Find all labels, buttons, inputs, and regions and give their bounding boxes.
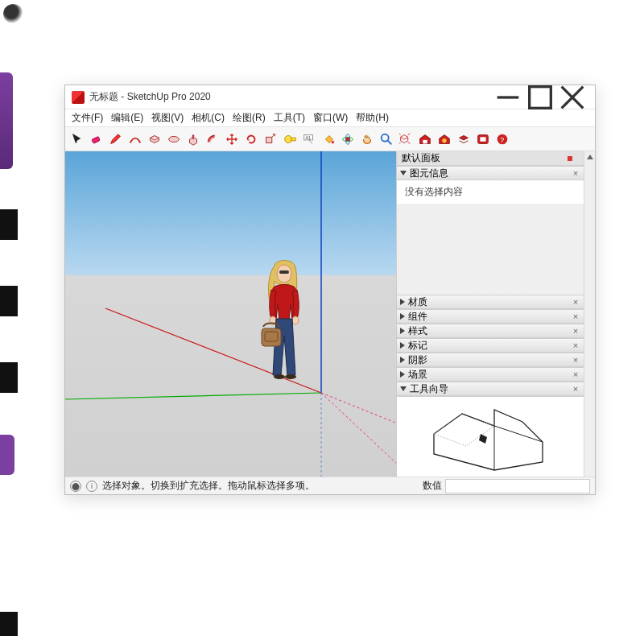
svg-rect-6 <box>266 137 272 142</box>
toolbar: A1 ? <box>65 127 595 151</box>
menu-camera[interactable]: 相机(C) <box>190 109 226 126</box>
tray-pin-icon[interactable] <box>568 156 572 161</box>
tray-collapse-column[interactable] <box>584 151 595 477</box>
tray-titlebar[interactable]: 默认面板 <box>397 151 584 166</box>
offset-icon[interactable] <box>204 130 221 148</box>
panel-entity-info-header[interactable]: 图元信息 × <box>397 166 584 180</box>
chevron-up-icon <box>587 155 593 159</box>
close-icon[interactable]: × <box>571 355 580 365</box>
viewport-3d[interactable] <box>65 151 397 477</box>
close-icon[interactable]: × <box>571 168 580 178</box>
svg-point-32 <box>274 374 285 379</box>
menu-view[interactable]: 视图(V) <box>150 109 185 126</box>
chevron-right-icon <box>400 357 405 363</box>
window-title: 无标题 - SketchUp Pro 2020 <box>89 90 492 104</box>
extension-warehouse-icon[interactable] <box>436 130 453 148</box>
tray-gap <box>397 204 584 295</box>
manage-icon[interactable] <box>474 130 492 148</box>
rectangle-icon[interactable] <box>146 130 163 148</box>
chevron-right-icon <box>400 313 405 320</box>
panel-styles-title: 样式 <box>408 324 427 338</box>
panel-materials-title: 材质 <box>408 295 427 309</box>
pencil-icon[interactable] <box>107 130 125 148</box>
chevron-right-icon <box>400 342 405 349</box>
close-icon[interactable]: × <box>571 312 580 321</box>
close-icon[interactable]: × <box>571 297 580 307</box>
menu-window[interactable]: 窗口(W) <box>312 109 349 126</box>
svg-rect-29 <box>279 270 289 274</box>
panel-instructor-title: 工具向导 <box>410 382 448 396</box>
svg-point-33 <box>285 374 296 379</box>
panel-components-header[interactable]: 组件 × <box>397 309 584 324</box>
panel-shadows-header[interactable]: 阴影 × <box>397 353 584 367</box>
svg-point-5 <box>169 136 180 142</box>
svg-point-17 <box>442 138 446 142</box>
svg-point-12 <box>345 137 349 141</box>
credits-icon[interactable]: i <box>86 481 97 492</box>
statusbar: ⬤ i 选择对象。切换到扩充选择。拖动鼠标选择多项。 数值 <box>65 477 595 494</box>
geo-location-icon[interactable]: ⬤ <box>70 481 81 492</box>
maximize-button[interactable] <box>524 86 556 109</box>
close-icon[interactable]: × <box>571 326 580 336</box>
layers-icon[interactable] <box>455 130 473 148</box>
select-tool-icon[interactable] <box>68 130 86 148</box>
circle-icon[interactable] <box>165 130 183 148</box>
chevron-right-icon <box>400 371 405 378</box>
menu-edit[interactable]: 编辑(E) <box>109 109 145 126</box>
chevron-down-icon <box>400 386 407 391</box>
tape-measure-icon[interactable] <box>281 130 299 148</box>
panel-tags-title: 标记 <box>408 339 427 353</box>
panel-tags-header[interactable]: 标记 × <box>397 338 584 353</box>
svg-line-25 <box>321 393 397 429</box>
push-pull-icon[interactable] <box>184 130 202 148</box>
app-icon <box>72 91 85 104</box>
panel-scenes-title: 场景 <box>408 368 427 382</box>
measurement-input[interactable] <box>445 479 590 493</box>
svg-point-11 <box>332 140 335 143</box>
rotate-icon[interactable] <box>242 130 260 148</box>
instructor-illustration <box>418 402 563 474</box>
move-icon[interactable] <box>223 130 241 148</box>
scale-icon[interactable] <box>262 130 279 148</box>
svg-point-15 <box>382 134 389 141</box>
panel-shadows-title: 阴影 <box>408 353 427 367</box>
minimize-button[interactable] <box>492 86 524 109</box>
panel-components-title: 组件 <box>408 310 427 324</box>
status-hint: 选择对象。切换到扩充选择。拖动鼠标选择多项。 <box>102 479 315 493</box>
close-icon[interactable]: × <box>571 384 580 394</box>
panel-entity-info-title: 图元信息 <box>410 167 448 180</box>
menu-draw[interactable]: 绘图(R) <box>231 109 267 126</box>
panel-entity-info-body: 没有选择内容 <box>397 180 584 204</box>
menu-tools[interactable]: 工具(T) <box>272 109 307 126</box>
panel-instructor-header[interactable]: 工具向导 × <box>397 382 584 396</box>
close-icon[interactable]: × <box>571 369 580 379</box>
app-window: 无标题 - SketchUp Pro 2020 文件(F) 编辑(E) 视图(V… <box>64 85 596 495</box>
tray-title: 默认面板 <box>402 151 440 165</box>
entity-info-message: 没有选择内容 <box>405 186 463 197</box>
close-icon[interactable]: × <box>571 341 580 350</box>
chevron-right-icon <box>400 299 405 305</box>
panel-scenes-header[interactable]: 场景 × <box>397 367 584 382</box>
svg-rect-1 <box>530 86 551 108</box>
text-label-icon[interactable]: A1 <box>300 130 318 148</box>
eraser-icon[interactable] <box>88 130 105 148</box>
measurement-label: 数值 <box>423 479 442 493</box>
help-question-icon[interactable]: ? <box>493 130 511 148</box>
menu-file[interactable]: 文件(F) <box>70 109 105 126</box>
close-button[interactable] <box>556 86 588 109</box>
menu-help[interactable]: 帮助(H) <box>354 109 390 126</box>
zoom-extents-icon[interactable] <box>397 130 415 148</box>
svg-line-27 <box>321 393 397 477</box>
arc-icon[interactable] <box>126 130 144 148</box>
orbit-icon[interactable] <box>339 130 357 148</box>
svg-text:?: ? <box>500 135 504 143</box>
pan-icon[interactable] <box>358 130 376 148</box>
panel-materials-header[interactable]: 材质 × <box>397 295 584 309</box>
zoom-icon[interactable] <box>378 130 395 148</box>
panel-instructor-body <box>397 396 584 477</box>
menubar: 文件(F) 编辑(E) 视图(V) 相机(C) 绘图(R) 工具(T) 窗口(W… <box>65 109 595 127</box>
warehouse-icon[interactable] <box>416 130 434 148</box>
paint-bucket-icon[interactable] <box>320 130 337 148</box>
titlebar: 无标题 - SketchUp Pro 2020 <box>65 85 595 109</box>
panel-styles-header[interactable]: 样式 × <box>397 324 584 338</box>
